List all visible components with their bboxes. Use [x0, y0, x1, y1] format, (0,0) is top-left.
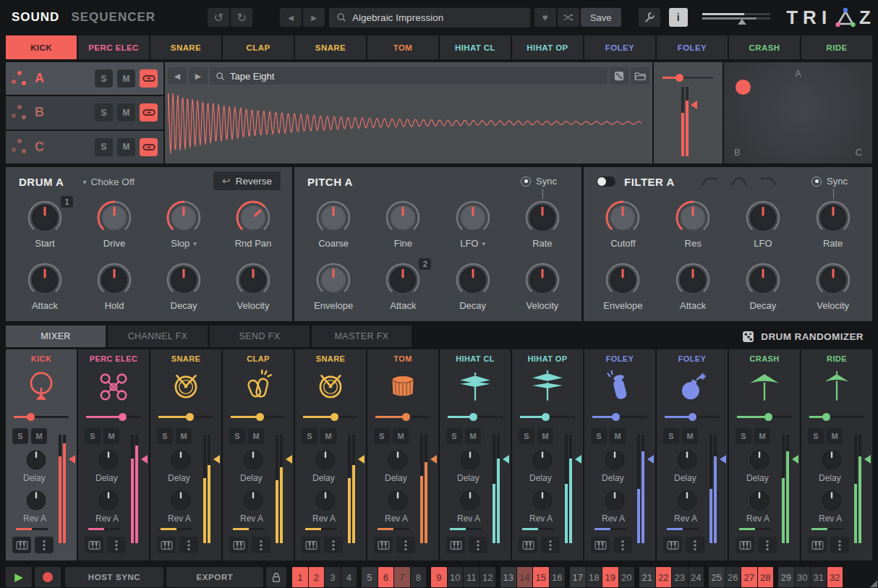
channel-menu-button[interactable]	[613, 537, 632, 553]
channel-menu-button[interactable]	[830, 537, 849, 553]
layer-link-button[interactable]	[140, 69, 158, 88]
record-button[interactable]	[35, 567, 61, 587]
channel-volume-slider[interactable]	[375, 412, 430, 421]
mute-button[interactable]: M	[682, 428, 698, 444]
delay-send-knob[interactable]	[25, 448, 48, 474]
step-8[interactable]: 8	[411, 567, 427, 587]
step-28[interactable]: 28	[758, 567, 774, 587]
step-17[interactable]: 17	[570, 567, 586, 587]
meter-marker[interactable]	[69, 455, 75, 464]
step-15[interactable]: 15	[533, 567, 549, 587]
keyboard-button[interactable]	[663, 537, 682, 553]
meter-marker[interactable]	[286, 455, 292, 464]
layer-mute-button[interactable]: M	[117, 103, 135, 122]
reverse-button[interactable]: ↩ Reverse	[213, 171, 281, 190]
reverb-send-knob[interactable]	[242, 489, 265, 515]
delay-send-knob[interactable]	[820, 448, 843, 474]
host-sync-button[interactable]: HOST SYNC	[65, 567, 163, 587]
level-marker[interactable]	[691, 101, 697, 109]
channel-menu-button[interactable]	[396, 537, 415, 553]
channel-volume-slider[interactable]	[520, 412, 575, 421]
step-19[interactable]: 19	[602, 567, 618, 587]
step-9[interactable]: 9	[431, 567, 447, 587]
keyboard-button[interactable]	[157, 537, 176, 553]
delay-send-knob[interactable]	[314, 448, 337, 474]
pitch-decay-knob[interactable]: Decay	[438, 260, 508, 320]
channel-strip-ride[interactable]: RIDESMDelayRev A	[801, 349, 872, 561]
mute-button[interactable]: M	[176, 428, 192, 444]
filter-enable-toggle[interactable]	[597, 176, 615, 187]
filter-res-knob[interactable]: Res	[658, 197, 728, 258]
drum-randomizer-button[interactable]: DRUM RANDOMIZER	[742, 331, 872, 343]
track-tab-ride[interactable]: RIDE	[801, 35, 872, 59]
settings-button[interactable]	[639, 8, 660, 27]
step-10[interactable]: 10	[448, 567, 464, 587]
mixer-tab-send-fx[interactable]: SEND FX	[210, 325, 310, 347]
page-mode-sequencer[interactable]: SEQUENCER	[71, 10, 155, 25]
step-6[interactable]: 6	[378, 567, 394, 587]
drum-velocity-knob[interactable]: Velocity	[218, 260, 288, 320]
step-30[interactable]: 30	[795, 567, 811, 587]
reverb-send-knob[interactable]	[531, 489, 554, 515]
mute-button[interactable]: M	[103, 428, 119, 444]
prev-sample-button[interactable]: ◀	[168, 67, 187, 85]
filter-attack-knob[interactable]: Attack	[658, 260, 728, 320]
keyboard-button[interactable]	[808, 537, 827, 553]
reverb-send-knob[interactable]	[675, 489, 699, 515]
drum-slop-knob[interactable]: Slop ▾	[149, 197, 218, 258]
step-1[interactable]: 1	[292, 567, 308, 587]
undo-button[interactable]: ↺	[208, 8, 229, 27]
delay-send-knob[interactable]	[169, 448, 192, 474]
channel-strip-hihat-op[interactable]: HIHAT OPSMDelayRev A	[512, 349, 583, 561]
layer-link-button[interactable]	[140, 138, 158, 156]
keyboard-button[interactable]	[229, 537, 248, 553]
volume-handle[interactable]	[738, 19, 746, 25]
channel-menu-button[interactable]	[469, 537, 487, 553]
channel-strip-foley[interactable]: FOLEYSMDelayRev A	[657, 349, 728, 561]
meter-marker[interactable]	[864, 455, 871, 464]
pitch-lfo-knob[interactable]: LFO ▾	[438, 197, 508, 258]
channel-volume-slider[interactable]	[737, 412, 792, 421]
filter-lfo-knob[interactable]: LFO	[728, 197, 798, 258]
info-button[interactable]: i	[669, 8, 688, 27]
layer-row-a[interactable]: ASM	[6, 62, 163, 95]
drum-decay-knob[interactable]: Decay	[149, 260, 218, 320]
pitch-attack-knob[interactable]: 2Attack	[368, 260, 438, 320]
mute-button[interactable]: M	[393, 428, 409, 444]
delay-send-knob[interactable]	[459, 448, 482, 474]
sample-search-field[interactable]: Tape Eight	[210, 67, 608, 85]
step-21[interactable]: 21	[639, 567, 655, 587]
pitch-coarse-knob[interactable]: Coarse	[299, 197, 368, 258]
channel-menu-button[interactable]	[324, 537, 343, 553]
delay-send-knob[interactable]	[748, 448, 771, 474]
track-tab-snare[interactable]: SNARE	[150, 35, 221, 59]
pitch-velocity-knob[interactable]: Velocity	[508, 260, 577, 320]
solo-button[interactable]: S	[229, 428, 245, 444]
channel-volume-slider[interactable]	[448, 412, 503, 421]
step-27[interactable]: 27	[741, 567, 757, 587]
solo-button[interactable]: S	[519, 428, 534, 444]
mute-button[interactable]: M	[537, 428, 553, 444]
step-3[interactable]: 3	[325, 567, 341, 587]
solo-button[interactable]: S	[374, 428, 390, 444]
drum-hold-knob[interactable]: Hold	[80, 260, 149, 320]
step-20[interactable]: 20	[619, 567, 635, 587]
step-22[interactable]: 22	[656, 567, 672, 587]
drum-start-knob[interactable]: 1Start	[10, 197, 80, 258]
redo-button[interactable]: ↻	[231, 8, 252, 27]
layer-solo-button[interactable]: S	[95, 103, 113, 122]
reverb-send-knob[interactable]	[820, 489, 843, 515]
channel-strip-foley[interactable]: FOLEYSMDelayRev A	[584, 349, 655, 561]
reverb-send-knob[interactable]	[97, 489, 120, 515]
channel-volume-slider[interactable]	[592, 412, 647, 421]
step-14[interactable]: 14	[517, 567, 533, 587]
filter-cutoff-knob[interactable]: Cutoff	[588, 197, 658, 258]
solo-button[interactable]: S	[808, 428, 824, 444]
step-29[interactable]: 29	[778, 567, 794, 587]
filter-velocity-knob[interactable]: Velocity	[798, 260, 868, 320]
channel-menu-button[interactable]	[179, 537, 198, 553]
pitch-fine-knob[interactable]: Fine	[368, 197, 438, 258]
channel-menu-button[interactable]	[35, 537, 54, 553]
channel-menu-button[interactable]	[686, 537, 704, 553]
mute-button[interactable]: M	[610, 428, 626, 444]
